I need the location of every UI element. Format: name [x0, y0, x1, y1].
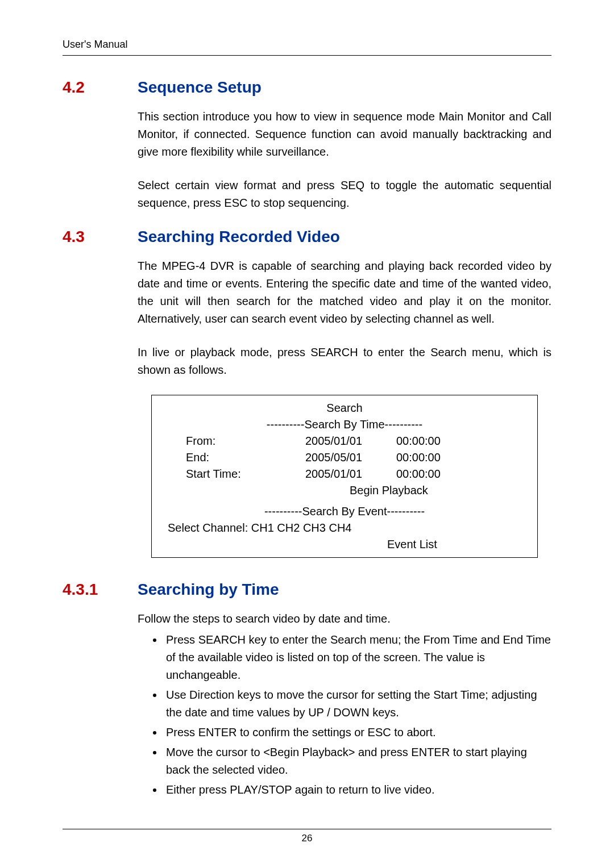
paragraph: Select certain view format and press SEQ…: [138, 177, 551, 212]
from-date: 2005/01/01: [305, 433, 396, 449]
end-time: 00:00:00: [396, 449, 441, 466]
begin-playback: Begin Playback: [161, 482, 528, 499]
search-menu-box: Search ----------Search By Time---------…: [151, 395, 538, 558]
end-date: 2005/05/01: [305, 449, 396, 466]
from-label: From:: [186, 433, 305, 449]
search-from-row: From: 2005/01/01 00:00:00: [161, 433, 528, 449]
search-start-row: Start Time: 2005/01/01 00:00:00: [161, 466, 528, 482]
paragraph: The MPEG-4 DVR is capable of searching a…: [138, 257, 551, 328]
list-item: Move the cursor to <Begin Playback> and …: [164, 744, 551, 779]
paragraph: This section introduce you how to view i…: [138, 108, 551, 161]
section-4-3-1-heading: 4.3.1 Searching by Time: [63, 581, 551, 599]
list-item: Either press PLAY/STOP again to return t…: [164, 781, 551, 799]
end-label: End:: [186, 449, 305, 466]
list-item: Press ENTER to confirm the settings or E…: [164, 724, 551, 741]
header-rule: [63, 55, 551, 56]
page-footer: 26: [63, 829, 551, 844]
section-number: 4.3.1: [63, 581, 138, 599]
steps-list: Press SEARCH key to enter the Search men…: [149, 631, 551, 799]
section-4-3-1-intro: Follow the steps to search video by date…: [138, 610, 551, 628]
paragraph: In live or playback mode, press SEARCH t…: [138, 344, 551, 379]
section-4-3-heading: 4.3 Searching Recorded Video: [63, 228, 551, 246]
section-title: Searching Recorded Video: [138, 228, 340, 246]
start-time-label: Start Time:: [186, 466, 305, 482]
section-4-2-body: This section introduce you how to view i…: [138, 108, 551, 212]
footer-rule: [63, 829, 551, 829]
search-by-event-divider: ----------Search By Event----------: [161, 503, 528, 520]
start-date: 2005/01/01: [305, 466, 396, 482]
search-by-time-divider: ----------Search By Time----------: [161, 416, 528, 433]
list-item: Use Direction keys to move the cursor fo…: [164, 686, 551, 721]
list-item: Press SEARCH key to enter the Search men…: [164, 631, 551, 684]
from-time: 00:00:00: [396, 433, 441, 449]
event-list: Event List: [161, 536, 528, 553]
section-title: Sequence Setup: [138, 78, 262, 97]
section-number: 4.2: [63, 78, 138, 97]
header-label: User's Manual: [63, 39, 551, 51]
select-channel-row: Select Channel: CH1 CH2 CH3 CH4: [161, 520, 528, 536]
page-content: User's Manual 4.2 Sequence Setup This se…: [0, 0, 614, 829]
section-4-3-body: The MPEG-4 DVR is capable of searching a…: [138, 257, 551, 558]
section-4-2-heading: 4.2 Sequence Setup: [63, 78, 551, 97]
search-end-row: End: 2005/05/01 00:00:00: [161, 449, 528, 466]
start-time: 00:00:00: [396, 466, 441, 482]
section-title: Searching by Time: [138, 581, 279, 599]
search-title: Search: [161, 400, 528, 416]
section-number: 4.3: [63, 228, 138, 246]
page-number: 26: [63, 833, 551, 844]
